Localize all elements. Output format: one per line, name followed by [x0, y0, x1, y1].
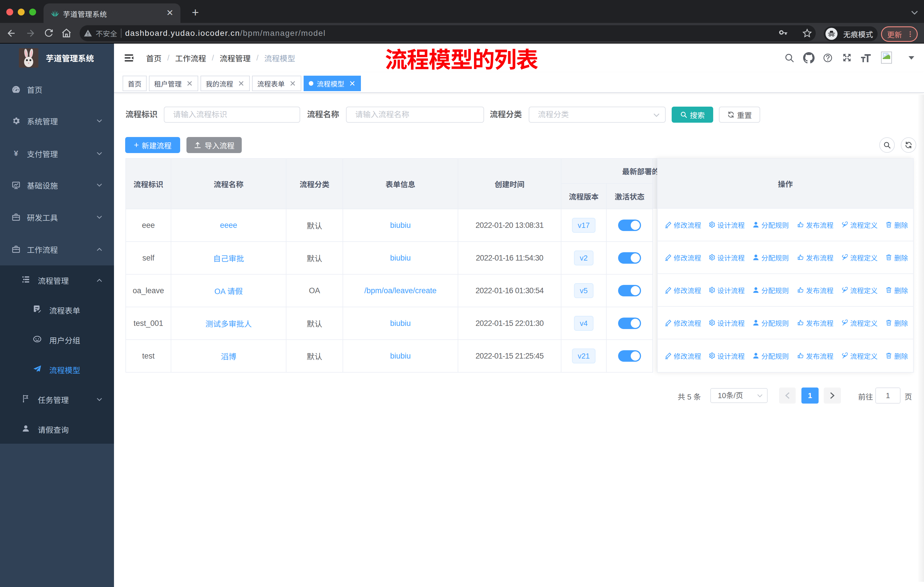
svg-text:¥: ¥ [14, 149, 18, 158]
